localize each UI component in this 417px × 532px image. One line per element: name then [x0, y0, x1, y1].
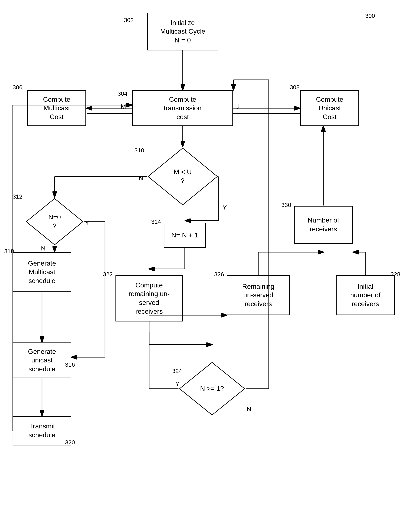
ref-322: 322 — [103, 271, 113, 278]
ref-318: 318 — [4, 248, 14, 255]
edge-label-u: U — [235, 103, 240, 110]
node-316: Generateunicastschedule — [13, 342, 71, 378]
ref-316: 316 — [65, 362, 75, 368]
ref-320: 320 — [65, 439, 75, 446]
ref-304: 304 — [118, 90, 127, 97]
ref-324: 324 — [172, 368, 182, 374]
node-318: GenerateMulticastschedule — [13, 252, 71, 292]
ref-326: 326 — [214, 271, 224, 278]
node-308: ComputeUnicastCost — [300, 90, 359, 126]
node-326: Remainingun-servedreceivers — [227, 275, 290, 315]
node-304: Computetransmissioncost — [132, 90, 233, 126]
ref-302: 302 — [124, 17, 134, 23]
edge-label-m: M — [121, 103, 126, 110]
edge-label-n1: N — [139, 174, 143, 181]
node-306: ComputeMulticastCost — [27, 90, 86, 126]
ref-306: 306 — [13, 84, 22, 91]
ref-330: 330 — [281, 202, 291, 208]
ref-308: 308 — [290, 84, 300, 91]
ref-314: 314 — [151, 219, 161, 225]
edge-label-y1: Y — [223, 204, 227, 211]
node-324: N >= 1? — [178, 362, 246, 416]
edge-label-n3: N — [247, 405, 251, 413]
node-320: Transmitschedule — [13, 416, 71, 446]
ref-300: 300 — [365, 13, 375, 19]
node-314: N= N + 1 — [164, 223, 206, 248]
node-312: N=0? — [25, 198, 84, 246]
edge-label-n2: N — [41, 245, 46, 252]
node-330: Number ofreceivers — [294, 206, 353, 244]
ref-328: 328 — [391, 271, 400, 278]
node-302: InitializeMulticast CycleN = 0 — [147, 13, 218, 50]
flowchart: 300 InitializeMulticast CycleN = 0 302 C… — [0, 0, 417, 532]
node-322: Computeremaining un-servedreceivers — [115, 275, 183, 321]
node-328: Initialnumber ofreceivers — [336, 275, 395, 315]
edge-label-y3: Y — [175, 380, 179, 387]
ref-312: 312 — [13, 193, 22, 200]
edge-label-y2: Y — [85, 220, 89, 227]
node-310: M < U? — [147, 147, 218, 206]
ref-310: 310 — [134, 147, 144, 154]
